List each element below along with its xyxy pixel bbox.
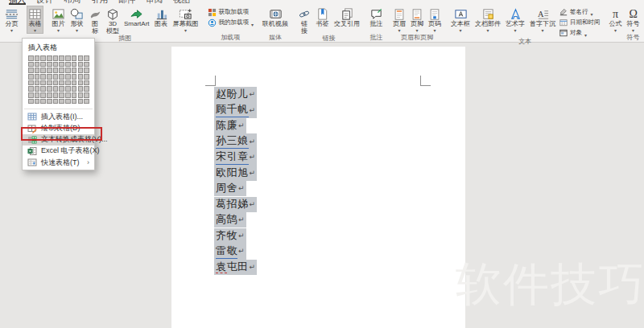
menu-item-quick-tables[interactable]: 快速表格(T) ›: [23, 157, 94, 168]
page-number-button[interactable]: 页码: [427, 6, 443, 33]
grid-cell[interactable]: [53, 80, 59, 86]
grid-cell[interactable]: [53, 74, 59, 80]
grid-cell[interactable]: [40, 86, 46, 92]
grid-cell[interactable]: [78, 99, 84, 105]
document-line[interactable]: 宋引章↵: [214, 150, 257, 166]
smartart-button[interactable]: SmartArt: [122, 6, 151, 28]
grid-cell[interactable]: [40, 80, 46, 86]
online-video-button[interactable]: 联机视频: [261, 6, 290, 28]
grid-cell[interactable]: [65, 80, 71, 86]
grid-cell[interactable]: [78, 62, 84, 68]
grid-cell[interactable]: [47, 99, 52, 105]
grid-cell[interactable]: [72, 86, 77, 92]
grid-cell[interactable]: [59, 74, 64, 80]
document-line[interactable]: 葛招娣↵: [214, 197, 257, 213]
document-line[interactable]: 袁屯田↵: [214, 260, 257, 276]
grid-cell[interactable]: [40, 62, 46, 68]
grid-cell[interactable]: [28, 92, 34, 98]
grid-cell[interactable]: [47, 92, 52, 98]
grid-cell[interactable]: [78, 74, 84, 80]
grid-cell[interactable]: [65, 55, 71, 61]
grid-cell[interactable]: [84, 68, 89, 73]
grid-cell[interactable]: [40, 74, 46, 80]
icons-button[interactable]: 图 标: [87, 6, 103, 35]
grid-cell[interactable]: [53, 55, 59, 61]
grid-cell[interactable]: [84, 99, 89, 105]
grid-cell[interactable]: [47, 62, 52, 68]
grid-cell[interactable]: [72, 99, 77, 105]
grid-cell[interactable]: [28, 86, 34, 92]
grid-cell[interactable]: [84, 92, 89, 98]
grid-cell[interactable]: [47, 55, 52, 61]
grid-cell[interactable]: [59, 55, 64, 61]
grid-cell[interactable]: [78, 55, 84, 61]
grid-cell[interactable]: [72, 68, 77, 73]
grid-cell[interactable]: [53, 86, 59, 92]
grid-cell[interactable]: [28, 74, 34, 80]
grid-cell[interactable]: [53, 62, 59, 68]
pictures-button[interactable]: 图片: [50, 6, 67, 33]
grid-cell[interactable]: [59, 68, 64, 73]
grid-cell[interactable]: [84, 74, 89, 80]
grid-cell[interactable]: [65, 92, 71, 98]
grid-cell[interactable]: [78, 80, 84, 86]
document-line[interactable]: 周舍↵: [214, 181, 257, 197]
grid-cell[interactable]: [65, 68, 71, 73]
grid-cell[interactable]: [47, 68, 52, 73]
cross-reference-button[interactable]: 交叉引用: [332, 6, 361, 28]
grid-cell[interactable]: [72, 92, 77, 98]
grid-cell[interactable]: [35, 92, 40, 98]
bookmark-button[interactable]: 书签: [314, 6, 331, 28]
grid-cell[interactable]: [78, 68, 84, 73]
date-time-button[interactable]: 日期和时间: [558, 18, 602, 27]
grid-cell[interactable]: [35, 99, 40, 105]
document-line[interactable]: 雷敬↵: [214, 244, 257, 260]
3d-models-button[interactable]: 3D 模型: [105, 6, 121, 35]
grid-cell[interactable]: [35, 80, 40, 86]
signature-line-button[interactable]: 签名行: [558, 7, 602, 17]
grid-cell[interactable]: [65, 74, 71, 80]
screenshot-button[interactable]: 屏幕截图: [171, 6, 200, 33]
grid-cell[interactable]: [35, 86, 40, 92]
tab-references[interactable]: 引用: [91, 0, 108, 5]
table-button[interactable]: 表格: [27, 6, 43, 34]
equation-button[interactable]: π 公式: [608, 6, 624, 33]
wordart-button[interactable]: 艺术字: [504, 6, 526, 33]
grid-cell[interactable]: [84, 86, 89, 92]
document-line[interactable]: 孙三娘↵: [214, 134, 257, 150]
grid-cell[interactable]: [59, 99, 64, 105]
grid-cell[interactable]: [59, 62, 64, 68]
symbol-button[interactable]: Ω 符号: [625, 6, 642, 33]
grid-cell[interactable]: [59, 86, 64, 92]
grid-cell[interactable]: [65, 86, 71, 92]
grid-cell[interactable]: [59, 92, 64, 98]
grid-cell[interactable]: [40, 99, 46, 105]
document-line[interactable]: 赵盼儿↵: [214, 87, 257, 103]
grid-cell[interactable]: [72, 55, 77, 61]
document-line[interactable]: 齐牧↵: [214, 228, 257, 244]
grid-cell[interactable]: [65, 99, 71, 105]
object-button[interactable]: 对象: [558, 28, 602, 38]
grid-cell[interactable]: [35, 62, 40, 68]
grid-cell[interactable]: [40, 68, 46, 73]
shapes-button[interactable]: 形状: [68, 6, 85, 33]
grid-cell[interactable]: [47, 80, 52, 86]
grid-cell[interactable]: [28, 68, 34, 73]
grid-cell[interactable]: [28, 62, 34, 68]
document-line[interactable]: 欧阳旭↵: [214, 166, 257, 182]
grid-cell[interactable]: [28, 55, 34, 61]
grid-cell[interactable]: [53, 68, 59, 73]
grid-cell[interactable]: [72, 62, 77, 68]
header-button[interactable]: 页眉: [391, 6, 407, 33]
my-addins-button[interactable]: 我的加载项: [206, 18, 256, 27]
grid-cell[interactable]: [53, 99, 59, 105]
document-line[interactable]: 顾千帆↵: [214, 103, 257, 119]
grid-cell[interactable]: [47, 86, 52, 92]
grid-cell[interactable]: [35, 74, 40, 80]
tab-layout[interactable]: 布局: [64, 0, 80, 5]
grid-cell[interactable]: [78, 86, 84, 92]
grid-cell[interactable]: [84, 62, 89, 68]
grid-cell[interactable]: [28, 80, 34, 86]
grid-cell[interactable]: [72, 80, 77, 86]
tab-design[interactable]: 设计: [36, 0, 53, 5]
